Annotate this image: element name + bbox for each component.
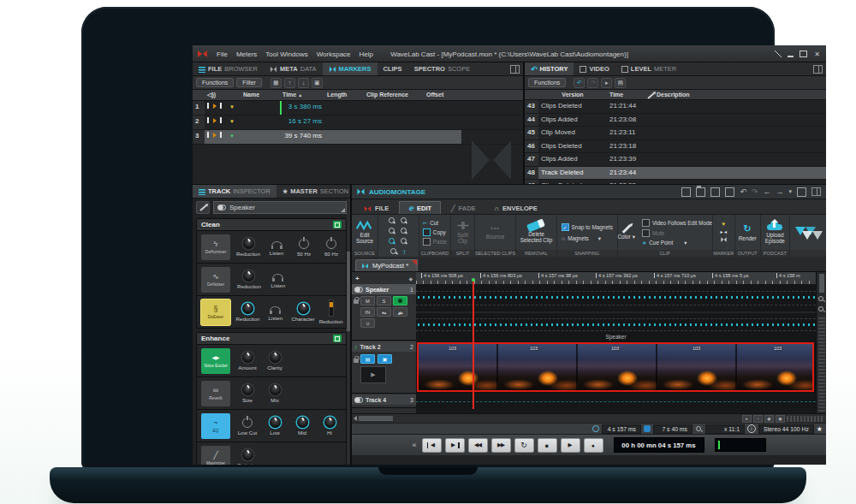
- clean-section-header[interactable]: Clean: [196, 218, 347, 231]
- horizontal-scrollbar[interactable]: ▸ − ◉ ◉: [352, 413, 826, 423]
- vertical-scrollbar[interactable]: [819, 274, 824, 293]
- tab-spectroscope[interactable]: SPECTROSCOPE: [408, 62, 477, 75]
- col-time[interactable]: Time: [607, 90, 645, 99]
- close-button[interactable]: ✕: [813, 50, 821, 57]
- history-row[interactable]: 47Clips Added21:23:39: [525, 153, 826, 167]
- eq-mid-knob[interactable]: Mid: [292, 417, 312, 436]
- denoiser-reduction-knob[interactable]: Reduction: [237, 270, 261, 289]
- denoiser-tile[interactable]: ∿DeNoiser: [201, 267, 230, 293]
- mute-checkbox[interactable]: Mute: [642, 229, 712, 237]
- montage-content[interactable]: 4 s 156 ms 508 μs 4 s 156 ms 803 μs 4 s …: [416, 272, 816, 413]
- maximizer-optimize-knob[interactable]: Optimize: [237, 449, 258, 465]
- tab-clips[interactable]: CLIPS: [377, 62, 408, 75]
- zoom-out-vertical-icon[interactable]: [817, 305, 825, 313]
- col-length[interactable]: Length: [324, 90, 364, 100]
- dehummer-listen-button[interactable]: Listen: [266, 239, 287, 256]
- tab-video[interactable]: VIDEO: [574, 62, 615, 75]
- col-name[interactable]: Name: [241, 90, 280, 100]
- transport-time-display[interactable]: 00 h 00 mn 04 s 157 ms: [614, 437, 704, 453]
- history-row[interactable]: 44Clips Added21:23:08: [525, 114, 826, 127]
- audio-format[interactable]: Stereo 44 100 Hz: [758, 424, 814, 434]
- timeline-ruler[interactable]: 4 s 156 ms 508 μs 4 s 156 ms 803 μs 4 s …: [416, 272, 816, 285]
- scrollbar-thumb[interactable]: [359, 416, 393, 421]
- track2-header[interactable]: ↕Track 22 ▤ ▣ ▶: [352, 341, 416, 394]
- history-row[interactable]: 46Clips Deleted21:23:18: [525, 140, 826, 154]
- reverb-tile[interactable]: ∞Reverb: [201, 381, 230, 406]
- col-time[interactable]: Time ▲: [280, 90, 324, 100]
- menu-file[interactable]: File: [212, 50, 232, 58]
- marker-row[interactable]: 1 ▼ 3 s 380 ms: [193, 101, 523, 116]
- marker-left-icon[interactable]: ▸ ◂: [720, 228, 727, 234]
- envelope-button[interactable]: ∪: [360, 318, 375, 328]
- maximizer-tile[interactable]: ╱Maximizer: [201, 446, 230, 465]
- mute-button[interactable]: M: [360, 296, 375, 305]
- voice-exciter-clarity-knob[interactable]: Clarity: [265, 352, 285, 371]
- tab-track-inspector[interactable]: TRACKINSPECTOR: [193, 185, 276, 198]
- save-icon[interactable]: [710, 187, 720, 197]
- zoom-level[interactable]: x 11:1: [705, 424, 745, 434]
- add-track-button[interactable]: +: [355, 275, 360, 282]
- zoom-reset-icon[interactable]: [389, 228, 396, 235]
- deesser-listen-button[interactable]: Listen: [265, 304, 286, 321]
- forward-button[interactable]: ▶▶: [491, 438, 511, 453]
- open-folder-icon[interactable]: [696, 187, 705, 197]
- upload-episode-button[interactable]: Upload Episode: [764, 221, 786, 245]
- eq-low-knob[interactable]: Low: [265, 417, 285, 436]
- transport-collapse-icon[interactable]: «: [412, 441, 416, 449]
- voice-exciter-tile-active[interactable]: ◀▶Voice Exciter: [201, 348, 230, 374]
- ribbon-collapse-icon[interactable]: ▾: [788, 188, 792, 195]
- delete-selected-clip-button[interactable]: Delete Selected Clip: [520, 222, 553, 244]
- redo-icon[interactable]: ↷: [752, 187, 758, 196]
- snap-to-magnets-checkbox[interactable]: ✓Snap to Magnets: [562, 223, 613, 231]
- zoom-micro-icon[interactable]: [401, 238, 408, 246]
- record-button[interactable]: ●: [584, 438, 603, 453]
- col-offset[interactable]: Offset: [424, 90, 461, 100]
- menu-help[interactable]: Help: [355, 50, 377, 58]
- redo-icon[interactable]: ↷: [587, 78, 598, 88]
- edit-cursor-time[interactable]: 4 s 157 ms: [602, 424, 641, 434]
- marker-diamond-icon[interactable]: ◆: [408, 276, 413, 282]
- col-version[interactable]: Version: [538, 90, 607, 99]
- history-row-selected[interactable]: 48Track Deleted21:23:44: [525, 167, 826, 181]
- marker-row[interactable]: 2 ▼ 16 s 27 ms: [193, 116, 523, 130]
- tab-markers[interactable]: MARKERS: [323, 62, 377, 75]
- magnets-dropdown[interactable]: ∩Magnets▾: [562, 235, 613, 242]
- tab-master-section[interactable]: ★MASTERSECTION: [276, 185, 350, 198]
- horizontal-zoom-control[interactable]: [787, 416, 824, 422]
- document-tab[interactable]: MyPodcast *: [355, 259, 418, 271]
- marker-type-icon[interactable]: ▼: [229, 133, 235, 139]
- edit-source-button[interactable]: Edit Source: [355, 221, 374, 245]
- history-functions-button[interactable]: Functions: [528, 78, 566, 87]
- speaker-track-header[interactable]: Speaker1 M S IN ●▴ ◢▴: [352, 284, 416, 341]
- marker-type-icon[interactable]: ▼: [721, 222, 726, 227]
- color-dropdown[interactable]: Color▾: [617, 224, 635, 240]
- render-button[interactable]: ↻ Render: [739, 223, 757, 242]
- denoiser-listen-button[interactable]: Listen: [268, 271, 288, 288]
- level-meter[interactable]: [715, 438, 766, 452]
- video-thumbnail-placeholder[interactable]: ▶: [360, 366, 386, 383]
- reverb-size-knob[interactable]: Size: [237, 384, 258, 403]
- zoom-in-vertical-icon[interactable]: [817, 295, 825, 303]
- vertical-zoom-control[interactable]: [818, 316, 825, 412]
- video-clip-selected[interactable]: 103 103 103 103 103: [417, 342, 814, 392]
- monitor-button[interactable]: [393, 296, 407, 305]
- go-to-start-button[interactable]: ◀: [422, 438, 442, 453]
- marker-type-icon[interactable]: ▼: [229, 104, 235, 110]
- output-routing-button[interactable]: ◢▴: [393, 307, 407, 317]
- history-row[interactable]: 43Clips Deleted21:21:44: [525, 100, 826, 114]
- move-marker-up-icon[interactable]: ↑: [284, 78, 295, 88]
- edit-track-icon[interactable]: [196, 201, 210, 214]
- bounce-button[interactable]: ▪▪▪ Bounce: [486, 225, 505, 240]
- col-description[interactable]: Description: [645, 90, 826, 99]
- col-audition[interactable]: ◁)): [205, 90, 227, 100]
- lock-icon[interactable]: [354, 359, 359, 363]
- panel-options-icon[interactable]: [813, 65, 823, 74]
- save-as-icon[interactable]: [725, 187, 734, 197]
- copy-markers-icon[interactable]: ▣: [312, 78, 323, 88]
- reverb-mix-knob[interactable]: Mix: [265, 384, 285, 403]
- mouse-position-time[interactable]: 7 s 40 ms: [653, 424, 693, 434]
- zoom-vertical-icon[interactable]: ↕: [402, 248, 406, 256]
- enhance-bypass-icon[interactable]: [333, 335, 342, 342]
- speaker-audio-clip[interactable]: Speaker: [416, 284, 816, 341]
- track-selector[interactable]: Speaker: [213, 201, 347, 214]
